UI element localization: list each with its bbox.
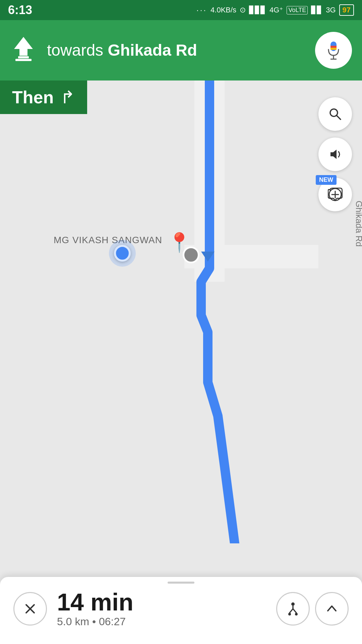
cancel-button[interactable] (13, 592, 47, 626)
trip-details: 5.0 km • 06:27 (57, 615, 266, 628)
speed-indicator: 4.0KB/s (210, 6, 236, 14)
expand-button[interactable] (315, 592, 349, 626)
status-time: 6:13 (8, 3, 32, 17)
direction-arrow-icon (10, 37, 37, 64)
wifi-icon: ⊙ (240, 6, 246, 14)
bottom-right-buttons (276, 592, 349, 626)
svg-rect-2 (15, 59, 32, 61)
signal-icon: ▊▊▊ (249, 6, 266, 14)
svg-line-23 (293, 609, 296, 613)
nav-street-name: Ghikada Rd (108, 41, 197, 59)
map-svg (0, 80, 362, 543)
nav-waypoint (183, 247, 199, 263)
chevron-up-icon (324, 601, 340, 617)
map-area[interactable]: MG VIKASH SANGWAN Ghikada Rd 📍 (0, 80, 362, 543)
status-bar: 6:13 ··· 4.0KB/s ⊙ ▊▊▊ 4G⁺ VoLTE ▊▊ 3G 9… (0, 0, 362, 20)
svg-point-20 (291, 602, 295, 606)
route-options-button[interactable] (276, 592, 310, 626)
report-fab[interactable]: NEW (318, 178, 352, 211)
battery-icon: 97 (339, 4, 354, 16)
bottom-panel: 14 min 5.0 km • 06:27 (0, 577, 362, 644)
signal2-icon: ▊▊ (311, 6, 322, 14)
nav-header: towards Ghikada Rd (0, 20, 362, 80)
search-fab[interactable] (318, 97, 352, 131)
add-report-icon (328, 187, 343, 202)
cancel-x-icon (23, 601, 38, 616)
status-right-icons: ··· 4.0KB/s ⊙ ▊▊▊ 4G⁺ VoLTE ▊▊ 3G 97 (196, 4, 354, 16)
then-label: Then (12, 87, 54, 107)
map-fab-container: NEW (318, 97, 352, 211)
road-name-label: Ghikada Rd (354, 201, 362, 247)
mic-button[interactable] (315, 32, 352, 69)
svg-rect-1 (18, 56, 29, 58)
svg-point-25 (295, 613, 298, 615)
4g-label: 4G⁺ (269, 6, 283, 14)
sound-fab[interactable] (318, 138, 352, 171)
svg-marker-14 (330, 150, 337, 159)
trip-info: 14 min 5.0 km • 06:27 (47, 590, 276, 628)
nav-instruction-text: towards Ghikada Rd (47, 42, 197, 59)
trip-eta: 06:27 (99, 615, 126, 628)
svg-line-13 (337, 115, 341, 119)
new-badge: NEW (316, 175, 337, 185)
volte-label: VoLTE (287, 6, 308, 14)
trip-distance: 5.0 km (57, 615, 89, 628)
then-turn-right-icon: ↱ (60, 87, 75, 107)
user-location-dot (114, 245, 134, 265)
sound-icon (328, 147, 343, 162)
mic-icon (323, 40, 344, 60)
svg-line-22 (290, 609, 293, 613)
route-options-icon (285, 601, 301, 617)
map-location-label: MG VIKASH SANGWAN (54, 235, 162, 246)
svg-rect-7 (330, 48, 337, 50)
trip-separator: • (92, 615, 96, 628)
status-dots: ··· (196, 5, 207, 15)
search-icon (328, 107, 343, 121)
svg-rect-8 (0, 80, 362, 543)
location-pulse (109, 240, 136, 267)
bottom-handle[interactable] (168, 582, 194, 584)
nav-towards: towards (47, 41, 103, 59)
3g-label: 3G (326, 6, 336, 14)
then-banner: Then ↱ (0, 80, 87, 114)
svg-point-24 (288, 613, 291, 615)
nav-direction-block: towards Ghikada Rd (10, 37, 197, 64)
svg-marker-0 (14, 37, 33, 56)
svg-rect-6 (330, 46, 337, 48)
trip-time: 14 min (57, 590, 266, 614)
